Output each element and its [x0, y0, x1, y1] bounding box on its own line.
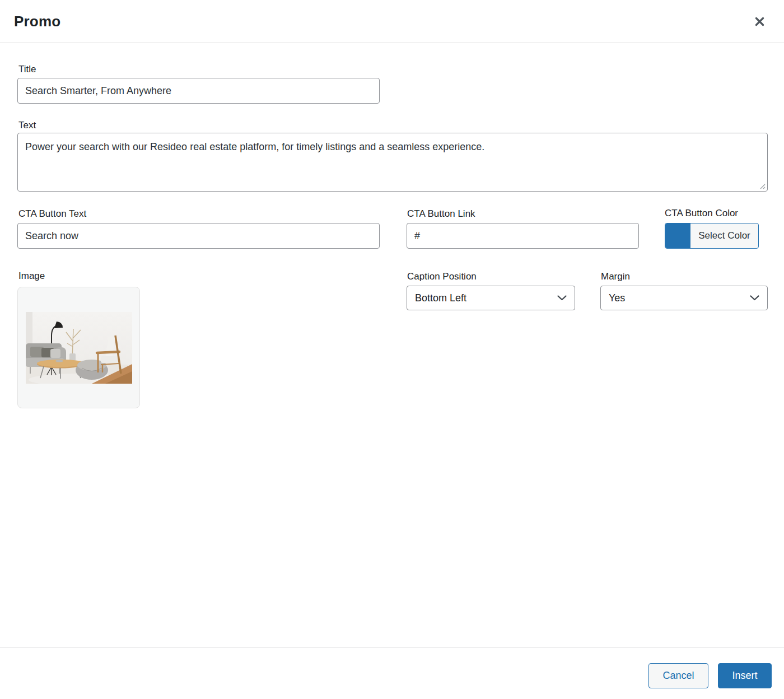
image-upload-card[interactable]: [17, 287, 140, 408]
caption-position-value: Bottom Left: [415, 292, 466, 304]
margin-value: Yes: [609, 292, 625, 304]
modal-footer: Cancel Insert: [0, 647, 784, 699]
caption-position-label: Caption Position: [407, 270, 477, 283]
close-button[interactable]: [751, 13, 768, 30]
select-color-label: Select Color: [690, 223, 758, 248]
cta-color-picker-button[interactable]: Select Color: [665, 223, 759, 249]
modal-header: Promo: [0, 0, 784, 43]
text-field-wrap: Power your search with our Resideo real …: [17, 133, 768, 192]
text-textarea[interactable]: Power your search with our Resideo real …: [17, 133, 768, 192]
cancel-button[interactable]: Cancel: [648, 663, 708, 688]
chevron-down-icon: [557, 295, 567, 301]
cta-text-label: CTA Button Text: [18, 207, 86, 221]
title-input[interactable]: [17, 78, 380, 104]
margin-select[interactable]: Yes: [600, 286, 768, 310]
cta-color-label: CTA Button Color: [665, 207, 738, 220]
cta-text-input[interactable]: [17, 223, 380, 249]
insert-button[interactable]: Insert: [718, 663, 772, 688]
cta-link-input[interactable]: [407, 223, 639, 249]
chevron-down-icon: [750, 295, 759, 301]
promo-modal: Promo Title Text Power your search with …: [0, 0, 784, 699]
margin-label: Margin: [601, 270, 630, 283]
living-room-thumbnail: [26, 312, 132, 384]
cta-link-label: CTA Button Link: [407, 207, 475, 221]
close-icon: [754, 16, 765, 27]
color-swatch: [665, 223, 690, 248]
image-label: Image: [18, 269, 45, 283]
caption-position-select[interactable]: Bottom Left: [407, 286, 575, 310]
text-label: Text: [18, 119, 36, 132]
modal-title: Promo: [14, 13, 60, 30]
title-label: Title: [18, 63, 36, 76]
